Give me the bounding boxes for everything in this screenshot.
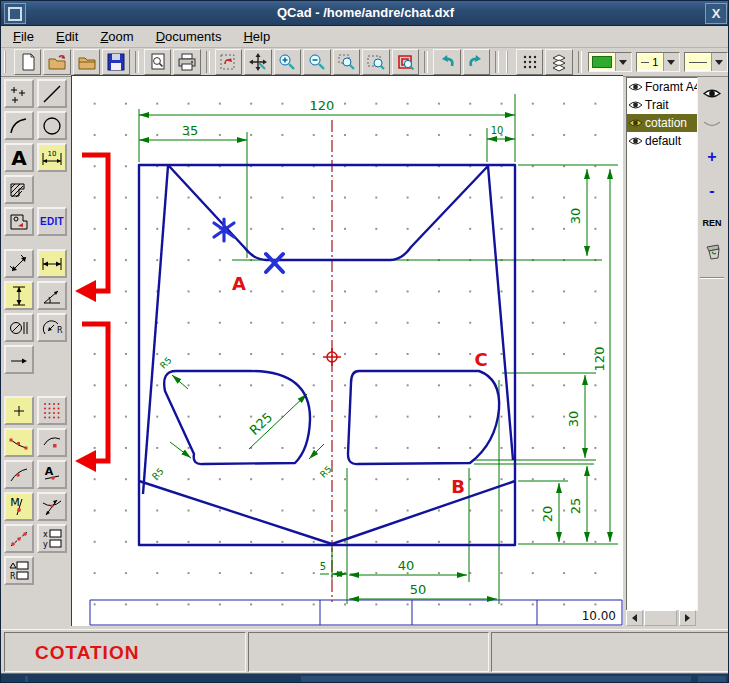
status-coords-panel (248, 632, 489, 672)
show-all-layers-button[interactable] (698, 81, 726, 105)
zoom-window-button[interactable] (333, 49, 360, 75)
snap-middle-icon (7, 463, 31, 487)
undo-icon (437, 52, 457, 72)
layer-item-format[interactable]: Foramt A4 (627, 78, 697, 96)
line-tool[interactable] (37, 79, 67, 108)
hide-all-layers-button[interactable] (698, 111, 726, 135)
zoom-in-button[interactable] (274, 49, 301, 75)
menu-documents[interactable]: Documents (146, 27, 232, 46)
save-floppy-icon (106, 52, 126, 72)
dim-ear-offset: 35 (182, 123, 199, 138)
redo-button[interactable] (463, 49, 490, 75)
circle-tool[interactable] (37, 111, 67, 140)
save-document-button[interactable] (102, 49, 129, 75)
menu-help[interactable]: Help (233, 27, 280, 46)
snap-on-entity-tool[interactable] (37, 428, 67, 457)
dim-corner-r1: R5 (158, 355, 174, 371)
undo-button[interactable] (433, 49, 460, 75)
dim-radius-tool[interactable]: R (37, 313, 67, 342)
toolbar-grip[interactable] (4, 51, 10, 73)
zoom-pan-button[interactable] (244, 49, 271, 75)
layer-item-cotation[interactable]: cotation (627, 114, 697, 132)
snap-grid-tool[interactable] (37, 396, 67, 425)
dim-horizontal-icon (40, 252, 64, 276)
point-tool[interactable] (4, 79, 34, 108)
dim-aligned-tool[interactable] (4, 249, 34, 278)
dim-chin-height: 20 (540, 506, 555, 523)
layer-list-scrollbar[interactable] (626, 610, 696, 626)
point-tool-icon (7, 82, 31, 106)
delete-layer-button[interactable] (698, 239, 726, 263)
snap-distance-tool[interactable] (4, 524, 34, 553)
dim-ear-height: 30 (568, 208, 583, 225)
hatch-tool[interactable] (4, 175, 34, 204)
dropdown-arrow[interactable] (663, 53, 679, 71)
layer-item-default[interactable]: default (627, 132, 697, 150)
redraw-button[interactable] (392, 49, 419, 75)
layers-button[interactable] (545, 49, 572, 75)
snap-middle-tool[interactable] (4, 460, 34, 489)
dimension-texts: 120 35 10 30 120 30 20 25 5 40 50 R25 R5… (150, 98, 607, 597)
add-layer-button[interactable]: + (698, 145, 726, 169)
chevron-down-icon (667, 60, 675, 65)
status-mode-panel: COTATION (4, 632, 246, 672)
import-document-button[interactable] (73, 49, 100, 75)
scrollbar-thumb[interactable] (644, 610, 677, 626)
dropdown-arrow[interactable] (615, 53, 631, 71)
format-frame (90, 600, 622, 625)
menu-edit[interactable]: Edit (46, 27, 88, 46)
open-document-button[interactable] (43, 49, 70, 75)
toolbar-grip[interactable] (506, 51, 512, 73)
title-bar[interactable]: QCad - /home/andre/chat.dxf X (1, 1, 729, 26)
line-width-select[interactable]: 1 (636, 52, 680, 72)
dim-leader-tool[interactable] (4, 345, 34, 374)
coordinates-xy-tool[interactable]: xy (37, 524, 67, 553)
menu-zoom[interactable]: Zoom (90, 27, 143, 46)
dimension-tool[interactable]: 10 (37, 143, 67, 172)
scroll-left-button[interactable] (626, 610, 643, 626)
snap-markers (214, 219, 283, 272)
drawing[interactable]: 10.00 (72, 76, 624, 627)
taskbar[interactable] (1, 673, 729, 683)
snap-free-tool[interactable] (4, 396, 34, 425)
print-button[interactable] (173, 49, 200, 75)
rename-layer-button[interactable]: REN (698, 211, 726, 235)
zoom-out-button[interactable] (303, 49, 330, 75)
layer-item-trait[interactable]: Trait (627, 96, 697, 114)
dim-side-height: 120 (592, 347, 607, 372)
block-tool[interactable] (4, 207, 34, 236)
dim-vertical-tool[interactable] (4, 281, 34, 310)
snap-manual-tool[interactable]: M (4, 492, 34, 521)
dim-vertical-icon (7, 284, 31, 308)
scroll-right-button[interactable] (679, 610, 696, 626)
eye-icon (628, 117, 643, 129)
canvas-area[interactable]: 10.00 (71, 75, 623, 626)
arc-tool[interactable] (4, 111, 34, 140)
dim-angular-tool[interactable] (37, 281, 67, 310)
status-mode-text: COTATION (35, 642, 139, 664)
dim-diameter-tool[interactable] (4, 313, 34, 342)
trash-icon (704, 242, 721, 260)
snap-auto-tool[interactable]: A (37, 460, 67, 489)
menu-file[interactable]: File (3, 27, 44, 46)
layer-list[interactable]: Foramt A4 Trait cotation default (626, 77, 698, 611)
dim-horizontal-tool[interactable] (37, 249, 67, 278)
dropdown-arrow[interactable] (711, 53, 727, 71)
coordinates-polar-tool[interactable]: R (4, 556, 34, 585)
zoom-previous-button[interactable] (362, 49, 389, 75)
snap-intersection-tool[interactable] (37, 492, 67, 521)
line-type-select[interactable] (684, 52, 728, 72)
snap-endpoint-tool[interactable] (4, 428, 34, 457)
layer-color-select[interactable] (588, 52, 632, 72)
edit-button[interactable]: EDIT (37, 207, 67, 236)
label-a: A (232, 273, 246, 294)
zoom-auto-button[interactable] (215, 49, 242, 75)
new-document-button[interactable] (14, 49, 41, 75)
print-preview-button[interactable] (144, 49, 171, 75)
grid-toggle-button[interactable] (516, 49, 543, 75)
layer-panel-buttons: + - REN (698, 77, 728, 609)
remove-layer-button[interactable]: - (698, 179, 726, 203)
toolbar-separator (206, 51, 210, 73)
text-tool[interactable]: A (4, 143, 34, 172)
close-button[interactable]: X (705, 3, 727, 24)
